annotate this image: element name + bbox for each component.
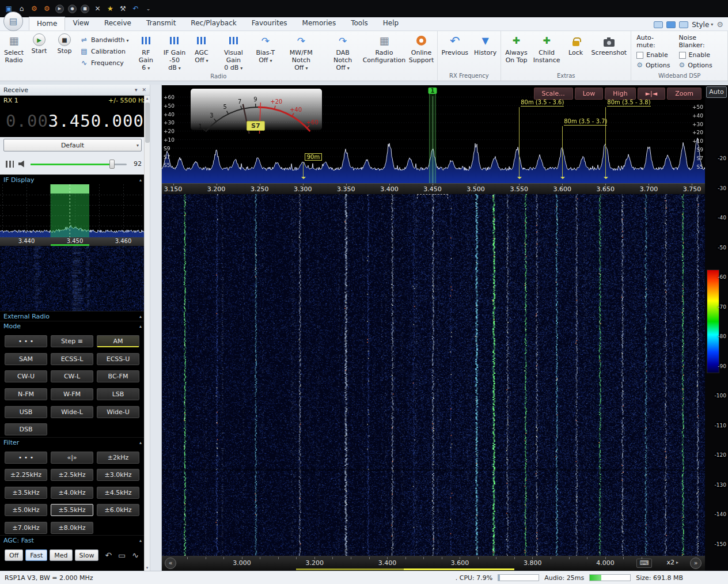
stop-circle-icon[interactable]: ■ — [81, 5, 89, 13]
mode-ecss-l[interactable]: ECSS-L — [51, 353, 93, 365]
scroll-down-icon[interactable]: ▾ — [145, 565, 150, 571]
panel-splitter[interactable] — [150, 85, 162, 571]
spectrum-btn3-button[interactable]: ►|◄ — [638, 88, 666, 100]
screenshot-button[interactable]: Screenshot — [589, 32, 630, 72]
meter-icon[interactable]: ▭ — [118, 549, 126, 561]
tab-receive[interactable]: Receive — [97, 17, 139, 31]
previous-frequency-button[interactable]: ↶ Previous — [439, 32, 471, 72]
record-circle-icon[interactable]: ● — [68, 5, 77, 13]
child-instance-button[interactable]: ✚ ChildInstance — [531, 32, 563, 72]
rf-gain-button[interactable]: RF Gain6 — [132, 32, 160, 73]
panel-scrollbar[interactable]: ▴ ▾ — [144, 96, 150, 571]
stop-button[interactable]: ■ Stop — [52, 32, 77, 73]
noise-blanker-enable-checkbox[interactable]: Enable — [679, 51, 722, 59]
keyboard-entry-button[interactable]: ⌨ — [636, 559, 652, 568]
if-gain-button[interactable]: IF Gain-50 dB — [161, 32, 188, 73]
filter-3-5khz[interactable]: ±3.5kHz — [5, 487, 47, 499]
frequency-history-button[interactable]: ▼ History — [472, 32, 499, 72]
agc-fast[interactable]: Fast — [25, 549, 47, 561]
always-on-top-button[interactable]: ✚ AlwaysOn Top — [503, 32, 530, 72]
mode-n-fm[interactable]: N-FM — [5, 388, 47, 400]
online-support-button[interactable]: OnlineSupport — [407, 32, 435, 73]
service-gear-icon[interactable]: ⚙ — [43, 5, 51, 13]
filter-2-25khz[interactable]: ±2.25kHz — [5, 469, 47, 481]
mode-wide-l[interactable]: Wide-L — [51, 406, 93, 418]
tuned-marker[interactable]: 1 — [429, 88, 436, 183]
bandwidth-button[interactable]: ⇌Bandwidth — [78, 35, 131, 44]
mode-ecss-u[interactable]: ECSS-U — [97, 353, 139, 365]
filter-6-0khz[interactable]: ±6.0kHz — [97, 504, 139, 516]
agc-med[interactable]: Med — [50, 549, 72, 561]
tab-rec-playback[interactable]: Rec/Playback — [183, 17, 244, 31]
mode-step[interactable]: Step ≡ — [51, 335, 93, 347]
external-radio-header[interactable]: External Radio▴ — [0, 311, 150, 321]
mode-usb[interactable]: USB — [5, 406, 47, 418]
start-button[interactable]: ▶ Start — [27, 32, 51, 73]
agc-off[interactable]: Off — [5, 549, 23, 561]
navigate-left-button[interactable]: « — [165, 558, 176, 569]
mode-cw-u[interactable]: CW-U — [5, 370, 47, 382]
tab-tools[interactable]: Tools — [343, 17, 376, 31]
undo-icon[interactable]: ↶ — [131, 5, 140, 13]
filter-4-0khz[interactable]: ±4.0kHz — [51, 487, 93, 499]
layout-triple-icon[interactable] — [679, 21, 688, 28]
filter-2-5khz[interactable]: ±2.5kHz — [51, 469, 93, 481]
waterfall-display[interactable] — [162, 194, 705, 556]
mwfm-notch-button[interactable]: ↷ MW/FM NotchOff — [279, 32, 324, 73]
scrollbar-thumb[interactable] — [145, 103, 150, 143]
agc-slow[interactable]: Slow — [75, 549, 99, 561]
filter-2khz[interactable]: ±2kHz — [97, 452, 139, 464]
filter-btn1[interactable]: «|» — [51, 452, 93, 464]
frequency-navigator[interactable]: « ⌨ x2▸ » 3.0003.2003.4003.6003.8004.000 — [162, 556, 705, 571]
levels-icon[interactable] — [6, 161, 14, 168]
tab-help[interactable]: Help — [376, 17, 406, 31]
undo-icon[interactable]: ↶ — [105, 549, 112, 561]
toolbar-chevron-icon[interactable]: ⌄ — [144, 6, 153, 12]
nav-zoom-control[interactable]: x2▸ — [666, 559, 678, 566]
tab-transmit[interactable]: Transmit — [139, 17, 183, 31]
settings-gear-icon[interactable]: ⚙ — [716, 20, 723, 29]
graph-icon[interactable]: ∿ — [132, 549, 139, 561]
agc-header[interactable]: AGC: Fast▴ — [0, 535, 150, 545]
spectrum-high-button[interactable]: High — [605, 88, 635, 100]
scroll-up-icon[interactable]: ▴ — [145, 96, 150, 101]
frequency-display[interactable]: 0.003.450.000 — [0, 105, 150, 137]
filter-3-0khz[interactable]: ±3.0kHz — [97, 469, 139, 481]
tab-favourites[interactable]: Favourites — [244, 17, 295, 31]
mode-wide-u[interactable]: Wide-U — [97, 406, 139, 418]
frequency-button[interactable]: ∿Frequency — [78, 58, 131, 67]
filter-5-0khz[interactable]: ±5.0kHz — [5, 504, 47, 516]
agc-button[interactable]: AGCOff — [189, 32, 214, 73]
spectrum-low-button[interactable]: Low — [575, 88, 604, 100]
play-circle-icon[interactable]: ▶ — [55, 5, 64, 13]
bias-t-button[interactable]: ↷ Bias-TOff — [253, 32, 278, 73]
preset-dropdown[interactable]: Default ▾ — [3, 139, 142, 151]
layout-single-icon[interactable] — [654, 21, 663, 28]
auto-scale-button[interactable]: Auto — [706, 86, 727, 98]
favourite-star-icon[interactable]: ★ — [106, 5, 115, 13]
select-radio-button[interactable]: ▦ SelectRadio — [2, 32, 26, 73]
filter-btn0[interactable]: • • • — [5, 452, 47, 464]
home-icon[interactable]: ⌂ — [17, 5, 26, 13]
style-menu[interactable]: Style▾ — [692, 21, 713, 29]
close-panel-icon[interactable]: ✕ — [142, 87, 146, 93]
radio-configuration-button[interactable]: ▦ RadioConfiguration — [362, 32, 406, 73]
mode-w-fm[interactable]: W-FM — [51, 388, 93, 400]
filter-header[interactable]: Filter▴ — [0, 437, 150, 447]
mode-lsb[interactable]: LSB — [97, 388, 139, 400]
filter-4-5khz[interactable]: ±4.5kHz — [97, 487, 139, 499]
waterfall-canvas[interactable] — [162, 194, 705, 556]
tab-home[interactable]: Home — [29, 17, 65, 31]
visual-gain-button[interactable]: Visual Gain0 dB — [215, 32, 252, 73]
app-menu-button[interactable]: ▤ — [3, 12, 23, 31]
spectrum-zoom-button[interactable]: Zoom — [667, 88, 702, 100]
layout-dual-icon[interactable] — [666, 21, 676, 28]
tab-view[interactable]: View — [65, 17, 96, 31]
pin-panel-icon[interactable]: ▾ — [135, 87, 138, 93]
mode-cw-l[interactable]: CW-L — [51, 370, 93, 382]
settings-gears-icon[interactable]: ⚙ — [30, 5, 39, 13]
mode-bc-fm[interactable]: BC-FM — [97, 370, 139, 382]
if-display-header[interactable]: IF Display▴ — [0, 175, 150, 184]
filter-7-0khz[interactable]: ±7.0kHz — [5, 522, 47, 534]
spectrum-display[interactable]: 13579+20+40+60 S7 Scale...LowHigh►|◄Zoom… — [162, 85, 705, 183]
